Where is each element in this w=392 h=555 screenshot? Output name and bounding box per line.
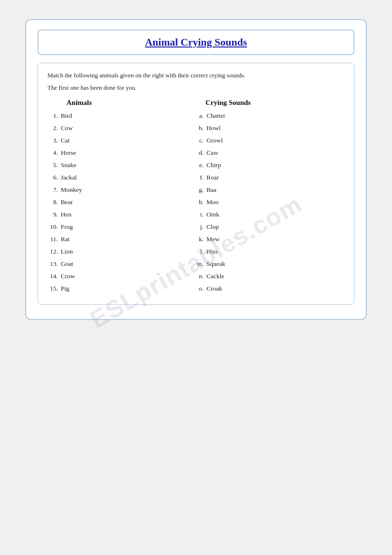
sound-name: Cackle bbox=[206, 273, 224, 280]
animal-name: Cat bbox=[61, 137, 70, 144]
sound-name: Howl bbox=[206, 124, 221, 132]
inner-card: Match the following animals given on the… bbox=[37, 63, 355, 305]
animal-name: Jackal bbox=[61, 174, 77, 181]
sound-name: Growl bbox=[206, 137, 223, 144]
sound-name: Oink bbox=[206, 211, 219, 218]
sound-letter: k. bbox=[196, 235, 206, 243]
list-container: 1. Bird2. Cow3. Cat4. Horse5. Snake6. Ja… bbox=[47, 110, 345, 295]
animal-name: Bear bbox=[61, 198, 73, 206]
animal-name: Goat bbox=[61, 260, 73, 268]
animal-number: 4. bbox=[47, 149, 61, 157]
sound-letter: i. bbox=[196, 211, 206, 218]
sound-letter: c. bbox=[196, 137, 206, 144]
animals-list: 1. Bird2. Cow3. Cat4. Horse5. Snake6. Ja… bbox=[47, 110, 196, 295]
sound-name: Roar bbox=[206, 174, 219, 181]
sound-letter: m. bbox=[196, 260, 206, 268]
sound-letter: o. bbox=[196, 285, 206, 292]
animal-name: Cow bbox=[61, 124, 73, 132]
sound-item: o. Croak bbox=[196, 282, 345, 295]
animal-item: 14. Crow bbox=[47, 270, 196, 282]
sound-letter: l. bbox=[196, 248, 206, 255]
sounds-list: a. Chatterb. Howlc. Growld. Cawe. Chirpf… bbox=[196, 110, 345, 295]
sound-letter: a. bbox=[196, 112, 206, 120]
sound-letter: f. bbox=[196, 174, 206, 181]
sound-name: Mew bbox=[206, 235, 220, 243]
animal-item: 9. Hen bbox=[47, 208, 196, 221]
sound-letter: g. bbox=[196, 186, 206, 194]
animal-number: 2. bbox=[47, 124, 61, 132]
sounds-column-header: Crying Sounds bbox=[196, 99, 345, 107]
sound-item: m. Squeak bbox=[196, 258, 345, 270]
animal-item: 2. Cow bbox=[47, 122, 196, 134]
animal-number: 9. bbox=[47, 211, 61, 218]
page-title: Animal Crying Sounds bbox=[145, 36, 247, 48]
sound-item: d. Caw bbox=[196, 147, 345, 159]
sound-name: Hiss bbox=[206, 248, 218, 255]
animal-number: 14. bbox=[47, 273, 61, 280]
sound-letter: h. bbox=[196, 198, 206, 206]
animal-item: 10. Frog bbox=[47, 221, 196, 233]
animal-number: 6. bbox=[47, 174, 61, 181]
animal-item: 8. Bear bbox=[47, 196, 196, 208]
animal-name: Pig bbox=[61, 285, 69, 292]
sound-name: Croak bbox=[206, 285, 222, 292]
animal-name: Lion bbox=[61, 248, 73, 255]
animal-item: 4. Horse bbox=[47, 147, 196, 159]
sound-name: Chirp bbox=[206, 161, 221, 169]
sound-name: Baa bbox=[206, 186, 216, 194]
sound-name: Clop bbox=[206, 223, 219, 231]
animal-name: Crow bbox=[61, 273, 75, 280]
animals-column-header: Animals bbox=[47, 99, 196, 107]
sound-item: a. Chatter bbox=[196, 110, 345, 122]
animal-item: 3. Cat bbox=[47, 134, 196, 147]
animal-item: 5. Snake bbox=[47, 159, 196, 171]
sound-item: j. Clop bbox=[196, 221, 345, 233]
animal-name: Bird bbox=[61, 112, 72, 120]
animal-name: Rat bbox=[61, 235, 70, 243]
sound-item: b. Howl bbox=[196, 122, 345, 134]
animal-name: Frog bbox=[61, 223, 73, 231]
sound-item: n. Cackle bbox=[196, 270, 345, 282]
animal-name: Horse bbox=[61, 149, 76, 157]
sound-item: k. Mew bbox=[196, 233, 345, 245]
animal-item: 7. Monkey bbox=[47, 184, 196, 196]
instruction-line-1: Match the following animals given on the… bbox=[47, 71, 345, 80]
sound-name: Squeak bbox=[206, 260, 225, 268]
sound-item: l. Hiss bbox=[196, 245, 345, 258]
sound-name: Chatter bbox=[206, 112, 225, 120]
animal-name: Snake bbox=[61, 161, 76, 169]
sound-name: Caw bbox=[206, 149, 218, 157]
sound-letter: n. bbox=[196, 273, 206, 280]
columns-header: Animals Crying Sounds bbox=[47, 99, 345, 107]
sound-item: g. Baa bbox=[196, 184, 345, 196]
sound-item: i. Oink bbox=[196, 208, 345, 221]
animal-number: 12. bbox=[47, 248, 61, 255]
animal-number: 8. bbox=[47, 198, 61, 206]
sound-item: e. Chirp bbox=[196, 159, 345, 171]
animal-item: 6. Jackal bbox=[47, 171, 196, 184]
animal-number: 3. bbox=[47, 137, 61, 144]
sound-letter: j. bbox=[196, 223, 206, 231]
sound-letter: b. bbox=[196, 124, 206, 132]
animal-number: 1. bbox=[47, 112, 61, 120]
animal-number: 15. bbox=[47, 285, 61, 292]
animal-item: 1. Bird bbox=[47, 110, 196, 122]
sound-name: Moo bbox=[206, 198, 219, 206]
sound-item: h. Moo bbox=[196, 196, 345, 208]
animal-number: 5. bbox=[47, 161, 61, 169]
animal-item: 13. Goat bbox=[47, 258, 196, 270]
animal-number: 13. bbox=[47, 260, 61, 268]
animal-number: 11. bbox=[47, 235, 61, 243]
title-box: Animal Crying Sounds bbox=[37, 29, 355, 55]
sound-item: c. Growl bbox=[196, 134, 345, 147]
instruction-line-2: The first one has been done for you. bbox=[47, 83, 345, 93]
animal-item: 12. Lion bbox=[47, 245, 196, 258]
animal-item: 15. Pig bbox=[47, 282, 196, 295]
animal-item: 11. Rat bbox=[47, 233, 196, 245]
outer-card: Animal Crying Sounds Match the following… bbox=[25, 19, 367, 320]
animal-name: Hen bbox=[61, 211, 72, 218]
sound-item: f. Roar bbox=[196, 171, 345, 184]
animal-number: 7. bbox=[47, 186, 61, 194]
sound-letter: d. bbox=[196, 149, 206, 157]
animal-number: 10. bbox=[47, 223, 61, 231]
